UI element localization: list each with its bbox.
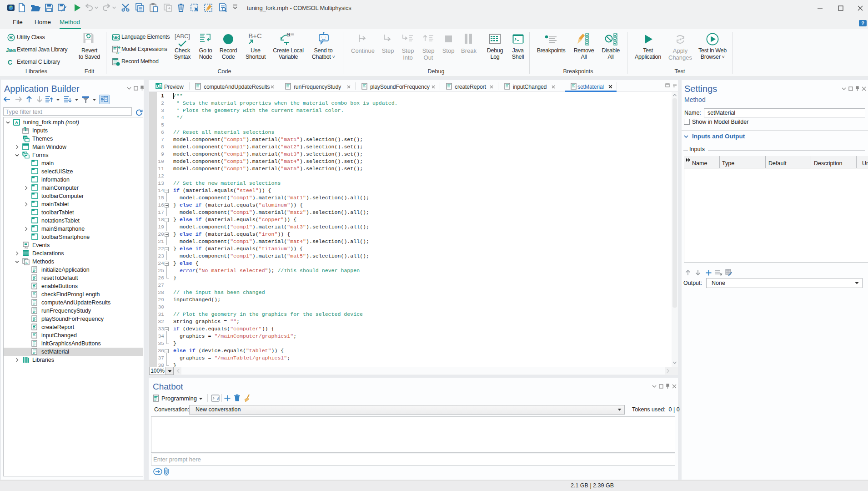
svg-text:ABC: ABC (112, 35, 120, 40)
svg-text:A: A (15, 120, 18, 125)
svg-text:a=: a= (116, 51, 121, 55)
